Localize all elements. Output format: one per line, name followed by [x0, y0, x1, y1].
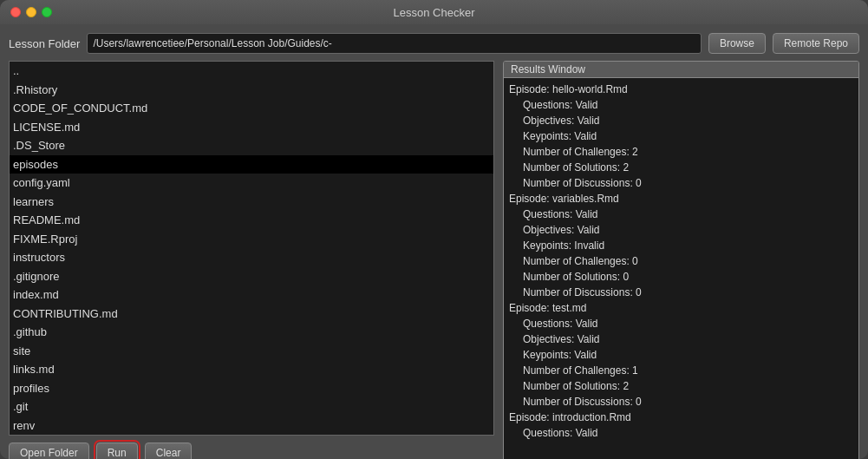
remote-repo-button[interactable]: Remote Repo: [773, 33, 859, 54]
result-line: Number of Challenges: 2: [509, 144, 853, 160]
result-line: Keypoints: Valid: [509, 347, 853, 363]
result-line: Questions: Valid: [509, 97, 853, 113]
result-line: Questions: Valid: [509, 316, 853, 331]
list-item[interactable]: .github: [10, 323, 493, 342]
result-line: Number of Challenges: 1: [509, 363, 853, 378]
results-content[interactable]: Episode: hello-world.RmdQuestions: Valid…: [504, 78, 858, 459]
browse-button[interactable]: Browse: [708, 33, 766, 54]
result-line: Episode: introduction.Rmd: [509, 410, 853, 425]
result-line: Number of Solutions: 2: [509, 160, 853, 175]
result-line: Number of Discussions: 0: [509, 175, 853, 191]
bottom-buttons: Open Folder Run Clear: [9, 443, 494, 459]
folder-path-input[interactable]: [87, 33, 702, 54]
clear-button[interactable]: Clear: [145, 443, 193, 459]
result-line: Number of Challenges: 0: [509, 253, 853, 269]
list-item[interactable]: CODE_OF_CONDUCT.md: [10, 99, 493, 118]
result-line: Episode: hello-world.Rmd: [509, 82, 853, 97]
result-line: Number of Discussions: 0: [509, 394, 853, 410]
result-line: Number of Solutions: 0: [509, 269, 853, 285]
results-panel: Results Window Episode: hello-world.RmdQ…: [503, 61, 859, 459]
list-item[interactable]: FIXME.Rproj: [10, 230, 493, 249]
list-item[interactable]: site: [10, 342, 493, 361]
list-item[interactable]: instructors: [10, 248, 493, 267]
main-window: Lesson Checker Lesson Folder Browse Remo…: [0, 0, 868, 459]
list-item[interactable]: ..: [10, 62, 493, 81]
result-line: Questions: Valid: [509, 207, 853, 222]
list-item[interactable]: CONTRIBUTING.md: [10, 305, 493, 324]
result-line: Episode: test.md: [509, 300, 853, 316]
result-line: Questions: Valid: [509, 425, 853, 441]
main-area: ...RhistoryCODE_OF_CONDUCT.mdLICENSE.md.…: [9, 61, 859, 459]
list-item[interactable]: renv: [10, 416, 493, 436]
result-line: Keypoints: Valid: [509, 128, 853, 144]
maximize-button[interactable]: [42, 7, 52, 17]
list-item[interactable]: .gitignore: [10, 267, 493, 286]
run-button[interactable]: Run: [96, 443, 138, 459]
top-row: Lesson Folder Browse Remote Repo: [9, 33, 859, 54]
title-bar: Lesson Checker: [0, 0, 868, 24]
result-line: Objectives: Valid: [509, 113, 853, 128]
list-item[interactable]: .git: [10, 397, 493, 416]
result-line: Objectives: Valid: [509, 331, 853, 347]
traffic-lights: [10, 7, 52, 17]
results-panel-header: Results Window: [504, 62, 858, 78]
file-list-box[interactable]: ...RhistoryCODE_OF_CONDUCT.mdLICENSE.md.…: [9, 61, 494, 436]
list-item[interactable]: learners: [10, 193, 493, 212]
lesson-folder-label: Lesson Folder: [9, 37, 80, 50]
list-item[interactable]: .DS_Store: [10, 136, 493, 155]
result-line: Number of Solutions: 2: [509, 378, 853, 394]
list-item[interactable]: profiles: [10, 379, 493, 398]
list-item[interactable]: .Rhistory: [10, 81, 493, 100]
list-item[interactable]: LICENSE.md: [10, 118, 493, 137]
result-line: Episode: variables.Rmd: [509, 191, 853, 207]
result-line: Number of Discussions: 0: [509, 285, 853, 300]
close-button[interactable]: [10, 7, 21, 17]
list-item[interactable]: config.yaml: [10, 174, 493, 193]
list-item[interactable]: README.md: [10, 211, 493, 230]
list-item[interactable]: links.md: [10, 360, 493, 379]
list-item[interactable]: episodes: [10, 155, 493, 174]
minimize-button[interactable]: [26, 7, 36, 17]
result-line: Objectives: Valid: [509, 222, 853, 238]
open-folder-button[interactable]: Open Folder: [9, 443, 89, 459]
window-title: Lesson Checker: [394, 6, 475, 19]
file-list-panel: ...RhistoryCODE_OF_CONDUCT.mdLICENSE.md.…: [9, 61, 494, 459]
result-line: Keypoints: Invalid: [509, 238, 853, 253]
content-area: Lesson Folder Browse Remote Repo ...Rhis…: [0, 24, 868, 459]
list-item[interactable]: index.md: [10, 285, 493, 305]
